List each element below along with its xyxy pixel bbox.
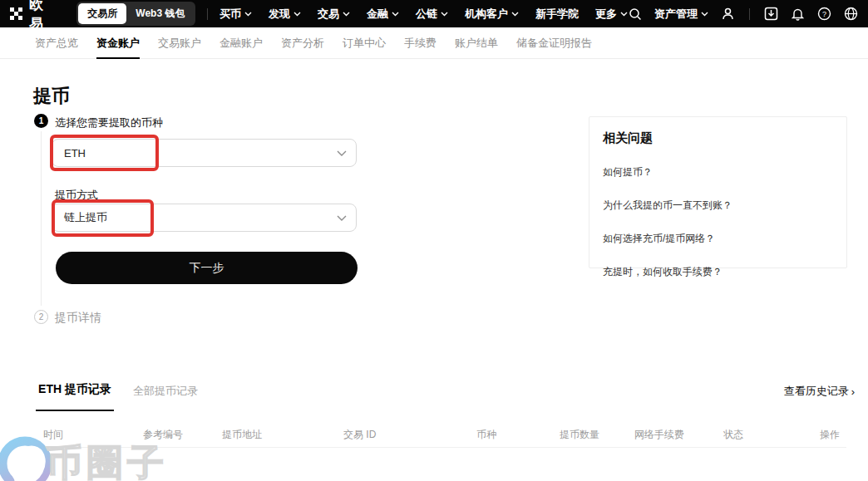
toggle-web3-wallet[interactable]: Web3 钱包 <box>126 3 194 24</box>
subnav-account-statement[interactable]: 账户结单 <box>455 27 498 58</box>
col-header-amount: 提币数量 <box>560 428 599 442</box>
subnav-finance-account[interactable]: 金融账户 <box>219 27 263 58</box>
step1-badge: 1 <box>34 114 48 128</box>
watermark-text: 币圈子 <box>46 439 168 481</box>
topnav-right: 资产管理 ? <box>628 7 858 22</box>
chevron-down-icon <box>620 12 628 17</box>
main-menu: 买币 发现 交易 金融 公链 机构客户 新手学院 更多 <box>219 7 628 22</box>
chevron-down-icon <box>337 215 344 220</box>
top-navbar: 欧易 交易所 Web3 钱包 买币 发现 交易 金融 公链 机构客户 新手学院 … <box>0 0 868 27</box>
bell-icon[interactable] <box>791 7 805 21</box>
faq-link-choose-network[interactable]: 如何选择充币/提币网络？ <box>603 232 833 246</box>
step2-badge: 2 <box>34 310 48 324</box>
col-header-status: 状态 <box>723 428 743 442</box>
withdraw-method-select[interactable]: 链上提币 <box>52 204 357 232</box>
coin-select[interactable]: ETH <box>52 139 357 167</box>
step2-label: 提币详情 <box>55 311 101 326</box>
col-header-coin: 币种 <box>476 428 496 442</box>
col-header-ref-no: 参考编号 <box>143 428 183 442</box>
col-header-network-fee: 网络手续费 <box>634 428 684 442</box>
page-title: 提币 <box>33 84 70 109</box>
menu-item-chain[interactable]: 公链 <box>416 7 448 22</box>
next-step-button[interactable]: 下一步 <box>56 252 358 284</box>
toggle-exchange[interactable]: 交易所 <box>78 3 126 24</box>
nav-divider <box>749 8 750 20</box>
menu-item-trade[interactable]: 交易 <box>318 7 350 22</box>
search-icon[interactable] <box>628 7 642 21</box>
subnav-asset-overview[interactable]: 资产总览 <box>35 27 78 58</box>
okx-logo-icon[interactable] <box>10 7 22 20</box>
user-icon[interactable] <box>721 7 735 21</box>
chevron-down-icon <box>701 12 708 17</box>
nav-divider <box>207 8 208 20</box>
chevron-down-icon <box>293 12 301 17</box>
chevron-down-icon <box>392 12 399 17</box>
subnav-funding-account[interactable]: 资金账户 <box>96 27 140 58</box>
menu-item-academy[interactable]: 新手学院 <box>535 7 579 22</box>
globe-icon[interactable] <box>844 7 858 21</box>
col-header-address: 提币地址 <box>222 428 262 442</box>
chevron-right-icon: › <box>851 385 855 398</box>
chevron-down-icon <box>441 12 448 17</box>
col-header-time: 时间 <box>43 428 63 442</box>
chevron-down-icon <box>511 12 519 17</box>
subnav-fees[interactable]: 手续费 <box>404 27 436 58</box>
asset-subnav: 资产总览 资金账户 交易账户 金融账户 资产分析 订单中心 手续费 账户结单 储… <box>0 27 868 59</box>
withdraw-method-value: 链上提币 <box>64 210 107 225</box>
chevron-down-icon <box>244 12 252 17</box>
subnav-trading-account[interactable]: 交易账户 <box>158 27 201 58</box>
faq-link-not-arrived[interactable]: 为什么我提的币一直不到账？ <box>603 199 833 213</box>
menu-item-finance[interactable]: 金融 <box>367 7 399 22</box>
tab-all-withdraw-records[interactable]: 全部提币记录 <box>133 384 198 399</box>
faq-link-fees[interactable]: 充提时，如何收取手续费？ <box>603 265 833 279</box>
chevron-down-icon <box>337 150 344 155</box>
stepper-line <box>41 131 42 306</box>
coin-select-value: ETH <box>64 147 86 160</box>
tab-eth-withdraw-records[interactable]: ETH 提币记录 <box>36 382 114 411</box>
mode-toggle: 交易所 Web3 钱包 <box>76 2 195 26</box>
menu-item-institutional[interactable]: 机构客户 <box>465 7 519 22</box>
asset-management-menu[interactable]: 资产管理 <box>654 7 708 22</box>
subnav-asset-analysis[interactable]: 资产分析 <box>281 27 324 58</box>
step1-label: 选择您需要提取的币种 <box>55 115 163 130</box>
help-icon[interactable]: ? <box>817 7 831 21</box>
view-history-link[interactable]: 查看历史记录 › <box>784 384 855 399</box>
col-header-txid: 交易 ID <box>343 428 376 442</box>
chevron-down-icon <box>343 12 350 17</box>
svg-text:?: ? <box>822 10 826 18</box>
faq-title: 相关问题 <box>603 130 833 146</box>
faq-link-how-to-withdraw[interactable]: 如何提币？ <box>603 165 833 179</box>
table-header-divider <box>33 447 846 448</box>
download-icon[interactable] <box>764 7 778 21</box>
related-questions-card: 相关问题 如何提币？ 为什么我提的币一直不到账？ 如何选择充币/提币网络？ 充提… <box>589 116 847 268</box>
menu-item-buy[interactable]: 买币 <box>219 7 252 22</box>
withdraw-method-label: 提币方式 <box>55 188 98 203</box>
subnav-order-center[interactable]: 订单中心 <box>343 27 386 58</box>
col-header-action: 操作 <box>820 428 840 442</box>
menu-item-more[interactable]: 更多 <box>595 7 628 22</box>
subnav-reserve-proof[interactable]: 储备金证明报告 <box>516 27 592 58</box>
menu-item-discover[interactable]: 发现 <box>269 7 301 22</box>
